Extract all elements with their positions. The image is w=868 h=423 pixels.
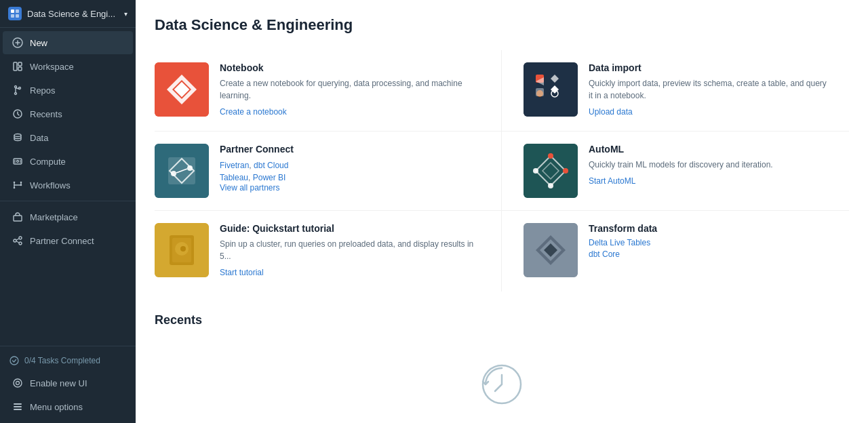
enable-ui-icon <box>12 378 23 388</box>
svg-rect-9 <box>18 67 22 70</box>
svg-rect-1 <box>16 9 19 13</box>
svg-point-14 <box>14 134 21 137</box>
card-link-upload-data[interactable]: Upload data <box>589 107 833 117</box>
chevron-down-icon: ▾ <box>124 10 127 18</box>
card-thumbnail-dataimport <box>524 62 578 117</box>
svg-rect-48 <box>536 88 544 96</box>
sidebar-item-recents[interactable]: Recents <box>3 102 133 125</box>
card-description: Quickly train ML models for discovery an… <box>589 159 833 171</box>
menu-options-icon <box>12 401 23 412</box>
card-body-automl: AutoML Quickly train ML models for disco… <box>589 144 833 188</box>
sidebar-item-label: Enable new UI <box>30 378 87 388</box>
card-title: Data import <box>589 62 833 73</box>
svg-point-33 <box>14 379 22 387</box>
card-transform: Transform data Delta Live Tables dbt Cor… <box>502 211 849 291</box>
tasks-completed[interactable]: 0/4 Tasks Completed <box>0 350 136 371</box>
sidebar-item-marketplace[interactable]: Marketplace <box>3 205 133 228</box>
svg-rect-7 <box>14 62 17 70</box>
sidebar-item-label: Menu options <box>30 402 83 412</box>
svg-rect-36 <box>14 406 22 407</box>
workspace-selector[interactable]: Data Science & Engi... ▾ <box>0 0 136 28</box>
main-content: Data Science & Engineering Notebook <box>136 0 868 423</box>
svg-point-29 <box>19 242 22 245</box>
svg-point-53 <box>171 171 176 176</box>
partner-connect-icon <box>12 235 23 246</box>
card-link-create-notebook[interactable]: Create a notebook <box>220 107 479 117</box>
card-link-view-partners[interactable]: View all partners <box>220 183 479 193</box>
card-link-start-tutorial[interactable]: Start tutorial <box>220 268 479 277</box>
svg-rect-26 <box>14 216 22 221</box>
sidebar-nav: New Workspace Repos Recents Data Compute… <box>0 28 136 346</box>
card-partner-connect: Partner Connect Fivetran, dbt Cloud Tabl… <box>155 132 502 211</box>
card-link-delta[interactable]: Delta Live Tables <box>589 238 833 247</box>
card-link-powerbi[interactable]: Power BI <box>253 173 286 182</box>
dataimport-svg <box>524 62 578 117</box>
sidebar-item-workspace[interactable]: Workspace <box>3 55 133 78</box>
card-notebook: Notebook Create a new notebook for query… <box>155 50 502 132</box>
recents-title: Recents <box>155 313 849 327</box>
sidebar-item-label: Partner Connect <box>30 236 94 246</box>
workspace-name: Data Science & Engi... <box>27 9 115 19</box>
svg-point-16 <box>17 161 19 163</box>
notebook-svg <box>155 62 209 117</box>
card-link-start-automl[interactable]: Start AutoML <box>589 176 833 186</box>
svg-point-59 <box>563 168 568 174</box>
card-link-dbt-core[interactable]: dbt Core <box>589 249 833 259</box>
card-link-dbt-cloud[interactable]: dbt Cloud <box>254 161 288 170</box>
sidebar-divider <box>0 201 136 201</box>
card-title: Guide: Quickstart tutorial <box>220 223 479 234</box>
card-body-partnerconnect: Partner Connect Fivetran, dbt Cloud Tabl… <box>220 144 479 195</box>
svg-point-25 <box>20 184 22 186</box>
card-description: Quickly import data, preview its schema,… <box>589 77 833 102</box>
svg-point-28 <box>19 237 22 239</box>
sidebar-item-label: Data <box>30 133 48 143</box>
automl-svg <box>524 144 578 198</box>
svg-point-54 <box>187 165 193 171</box>
sidebar-item-workflows[interactable]: Workflows <box>3 174 133 197</box>
guide-svg <box>155 223 209 277</box>
database-icon <box>12 132 23 143</box>
sidebar-item-label: Workspace <box>30 62 74 72</box>
tasks-icon <box>9 356 19 365</box>
sidebar-item-enable-ui[interactable]: Enable new UI <box>3 371 133 395</box>
svg-point-24 <box>20 182 22 184</box>
sidebar-item-menu-options[interactable]: Menu options <box>3 395 133 418</box>
sidebar-item-data[interactable]: Data <box>3 126 133 149</box>
svg-rect-3 <box>16 14 19 18</box>
card-thumbnail-notebook <box>155 62 209 117</box>
card-thumbnail-transform <box>524 223 578 277</box>
card-automl: AutoML Quickly train ML models for disco… <box>502 132 849 211</box>
cards-grid: Notebook Create a new notebook for query… <box>155 50 849 291</box>
card-link-tableau[interactable]: Tableau <box>220 173 248 182</box>
sidebar-item-compute[interactable]: Compute <box>3 150 133 173</box>
sidebar-item-new[interactable]: New <box>3 31 133 54</box>
svg-rect-8 <box>18 62 22 66</box>
svg-rect-35 <box>14 403 22 405</box>
svg-rect-37 <box>14 409 22 410</box>
workspace-icon <box>8 7 22 20</box>
workflows-icon <box>12 180 23 190</box>
sidebar-item-partner-connect[interactable]: Partner Connect <box>3 229 133 252</box>
svg-rect-2 <box>11 14 14 18</box>
svg-rect-0 <box>11 9 14 13</box>
card-body-guide: Guide: Quickstart tutorial Spin up a clu… <box>220 223 479 279</box>
card-title: Transform data <box>589 223 833 234</box>
svg-line-31 <box>16 241 19 243</box>
marketplace-icon <box>12 212 23 222</box>
svg-rect-56 <box>524 144 578 198</box>
recents-empty-state: Recents appear here <box>155 341 849 423</box>
repos-icon <box>12 85 23 96</box>
card-description: Create a new notebook for querying, data… <box>220 77 479 102</box>
layout-icon <box>12 61 23 72</box>
partnerconnect-svg <box>155 144 209 198</box>
recents-section: Recents Recents appear here <box>155 313 849 423</box>
svg-point-67 <box>180 246 186 251</box>
svg-point-22 <box>14 182 16 184</box>
sidebar-item-repos[interactable]: Repos <box>3 79 133 102</box>
card-body-transform: Transform data Delta Live Tables dbt Cor… <box>589 223 833 261</box>
card-link-fivetran[interactable]: Fivetran <box>220 161 249 170</box>
sidebar-item-label: New <box>30 38 47 48</box>
sidebar: Data Science & Engi... ▾ New Workspace R… <box>0 0 136 423</box>
svg-point-27 <box>14 239 16 242</box>
sidebar-item-label: Repos <box>30 85 56 96</box>
